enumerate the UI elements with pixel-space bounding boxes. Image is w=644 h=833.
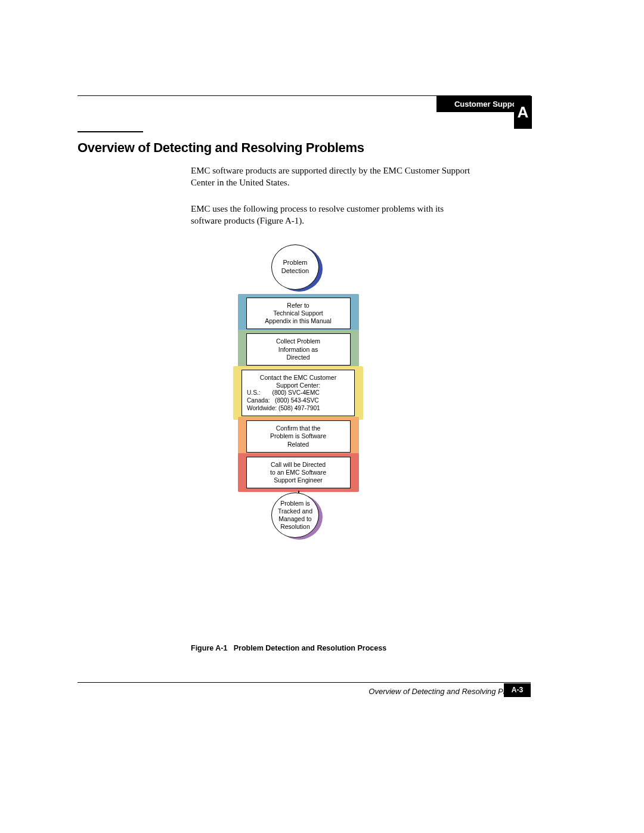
flow-step-3-box: Contact the EMC CustomerSupport Center: … [242,370,355,417]
page-number-label: A-3 [504,683,531,697]
phone-number-ww: (508) 497-7901 [278,405,320,411]
flow-step-3-phone-us: U.S.: (800) SVC-4EMC [247,389,349,397]
figure-caption: Figure A-1 Problem Detection and Resolut… [191,644,386,652]
paragraph-1: EMC software products are supported dire… [191,165,471,189]
flow-step-2-text: Collect ProblemInformation asDirected [246,333,351,365]
figure-caption-title: Problem Detection and Resolution Process [234,644,386,652]
flow-step-2: Collect ProblemInformation asDirected [246,333,351,365]
phone-region-ca: Canada: [247,397,270,404]
flow-start-label: Problem Detection [271,244,319,290]
flow-step-1: Refer toTechnical SupportAppendix in thi… [246,298,351,329]
flow-step-5-text: Call will be Directedto an EMC SoftwareS… [246,457,351,488]
paragraph-2: EMC uses the following process to resolv… [191,203,471,227]
flow-start-node: Problem Detection [271,244,325,293]
flow-end-node: Problem isTracked andManaged toResolutio… [271,493,325,541]
bottom-horizontal-rule [78,682,531,683]
flowchart: Problem Detection Refer toTechnical Supp… [233,244,364,544]
flow-step-3-phone-ca: Canada: (800) 543-4SVC [247,397,349,405]
flow-step-4: Confirm that theProblem is SoftwareRelat… [246,420,351,452]
phone-region-us: U.S.: [247,389,261,396]
flow-step-5: Call will be Directedto an EMC SoftwareS… [246,457,351,488]
title-short-rule [78,131,143,132]
flow-step-3: Contact the EMC CustomerSupport Center: … [242,370,355,417]
appendix-tab-letter: A [514,96,532,129]
phone-number-ca: (800) 543-4SVC [275,397,319,404]
figure-caption-ref: Figure A-1 [191,644,227,652]
flow-end-label: Problem isTracked andManaged toResolutio… [271,493,319,538]
flow-step-4-text: Confirm that theProblem is SoftwareRelat… [246,420,351,452]
section-title: Overview of Detecting and Resolving Prob… [78,140,364,156]
flow-step-1-text: Refer toTechnical SupportAppendix in thi… [246,298,351,329]
flow-step-3-heading: Contact the EMC CustomerSupport Center: [247,374,349,389]
document-page: Customer Support A Overview of Detecting… [0,0,644,833]
phone-region-ww: Worldwide: [247,405,277,411]
phone-number-us: (800) SVC-4EMC [272,389,319,396]
flow-step-3-phone-ww: Worldwide: (508) 497-7901 [247,405,349,413]
